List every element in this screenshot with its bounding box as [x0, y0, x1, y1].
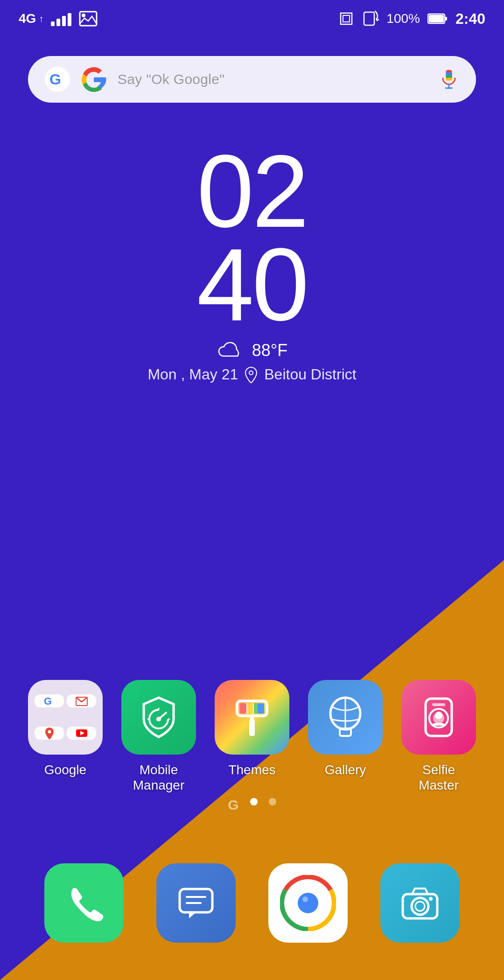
network-type: 4G	[19, 11, 36, 26]
battery-percent: 100%	[386, 11, 420, 26]
signal-bar-3	[62, 16, 66, 26]
network-suffix: ↑	[39, 14, 43, 24]
gallery-label: Gallery	[325, 762, 366, 778]
selfie-camera-icon	[415, 694, 462, 741]
page-dot-active	[250, 798, 258, 805]
signal-bar-2	[56, 19, 60, 26]
svg-point-19	[48, 730, 51, 734]
page-indicators: G	[0, 798, 504, 812]
google-sub-search: G	[35, 694, 64, 707]
phone-icon	[63, 882, 105, 924]
svg-rect-2	[364, 12, 374, 25]
svg-point-16	[249, 371, 253, 375]
selfie-master-icon[interactable]	[401, 680, 476, 755]
messages-icon	[175, 882, 217, 924]
google-sub-maps	[35, 727, 64, 740]
mobile-manager-icon[interactable]	[121, 680, 196, 755]
themes-label: Themes	[228, 762, 275, 778]
hot-air-balloon-icon	[322, 694, 369, 741]
rotate-icon	[338, 10, 355, 27]
svg-point-53	[302, 896, 308, 902]
status-time: 2:40	[455, 10, 485, 28]
signal-bar-1	[51, 21, 55, 26]
clock-widget: 02 40 88°F Mon , May 21 Beitou District	[0, 140, 504, 383]
svg-rect-46	[180, 889, 212, 912]
google-g-logo	[81, 67, 106, 92]
svg-rect-13	[446, 75, 452, 78]
google-logo: G	[45, 67, 70, 92]
svg-rect-11	[446, 70, 452, 73]
svg-rect-28	[249, 720, 255, 736]
svg-point-1	[82, 14, 85, 17]
google-app-icon[interactable]: G	[28, 680, 103, 755]
svg-rect-4	[429, 15, 444, 22]
app-themes[interactable]: Themes	[215, 680, 289, 778]
weather-row: 88°F	[217, 341, 287, 360]
svg-rect-32	[240, 703, 246, 714]
google-sub-youtube	[67, 727, 96, 740]
camera-icon	[399, 882, 441, 924]
app-selfie-master[interactable]: SelfieMaster	[401, 680, 476, 793]
page-dot-inactive	[269, 798, 276, 805]
date: Mon , May 21	[147, 366, 238, 383]
location: Beitou District	[264, 366, 356, 383]
rotate-screen-icon	[362, 10, 379, 27]
google-app-label: Google	[44, 762, 86, 778]
gallery-app-icon[interactable]	[308, 680, 383, 755]
location-pin-icon	[245, 366, 258, 383]
svg-rect-0	[80, 12, 97, 26]
dock-messages[interactable]	[156, 863, 236, 943]
dock-phone[interactable]	[44, 863, 124, 943]
svg-point-45	[435, 712, 442, 719]
svg-text:G: G	[44, 695, 52, 707]
media-icon	[79, 11, 98, 27]
google-sub-gmail	[67, 694, 96, 707]
signal-bars	[51, 11, 71, 26]
temperature: 88°F	[252, 341, 287, 360]
mobile-manager-label: MobileManager	[133, 762, 185, 793]
paint-roller-icon	[229, 694, 275, 741]
app-gallery[interactable]: Gallery	[308, 680, 383, 778]
app-row: G	[0, 680, 504, 793]
microphone-icon[interactable]	[439, 69, 459, 90]
svg-point-55	[412, 898, 428, 915]
chrome-icon	[280, 875, 336, 931]
bottom-dock	[0, 863, 504, 943]
svg-rect-33	[247, 703, 253, 714]
clock-minute: 40	[197, 233, 308, 336]
battery-icon	[427, 13, 448, 25]
status-left: 4G ↑	[19, 11, 98, 27]
search-placeholder: Say "Ok Google"	[118, 71, 427, 87]
svg-text:G: G	[49, 71, 61, 88]
search-bar[interactable]: G Say "Ok Google"	[28, 56, 476, 103]
shield-speedometer-icon	[135, 694, 182, 741]
cloud-icon	[217, 341, 245, 360]
svg-point-57	[429, 897, 433, 901]
dock-camera[interactable]	[380, 863, 460, 943]
signal-bar-4	[68, 13, 71, 26]
app-mobile-manager[interactable]: MobileManager	[121, 680, 196, 793]
app-google[interactable]: G	[28, 680, 103, 778]
themes-app-icon[interactable]	[215, 680, 289, 755]
page-indicator-g: G	[228, 798, 238, 812]
svg-rect-12	[446, 72, 452, 75]
selfie-master-label: SelfieMaster	[419, 762, 459, 793]
status-bar: 4G ↑ 100%	[0, 0, 504, 37]
svg-rect-35	[258, 703, 264, 714]
svg-point-56	[415, 902, 425, 911]
dock-chrome[interactable]	[268, 863, 348, 943]
svg-point-24	[156, 717, 161, 721]
svg-rect-44	[432, 703, 445, 706]
svg-rect-15	[446, 78, 452, 81]
status-right: 100% 2:40	[338, 10, 485, 28]
date-row: Mon , May 21 Beitou District	[147, 366, 356, 383]
svg-rect-5	[445, 17, 447, 21]
